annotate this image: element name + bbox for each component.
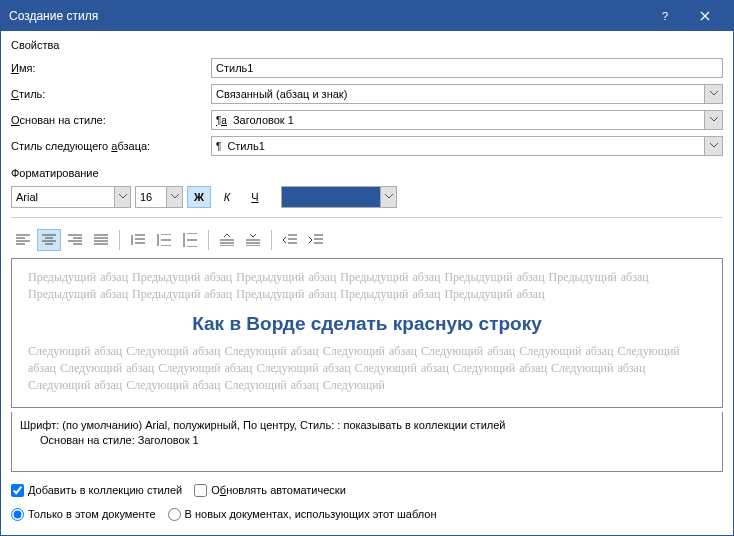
color-swatch xyxy=(281,186,381,208)
align-right-icon xyxy=(68,234,82,246)
formatting-toolbar-1: Arial 16 Ж К Ч xyxy=(11,185,723,209)
align-left-button[interactable] xyxy=(11,229,35,251)
chevron-down-icon[interactable] xyxy=(167,186,183,208)
dialog-window: Создание стиля ? Свойства Имя: Стиль: Св… xyxy=(0,0,734,536)
space-before-inc-button[interactable] xyxy=(215,229,239,251)
close-icon xyxy=(700,11,710,21)
doc-only-radio[interactable]: Только в этом документе xyxy=(11,508,156,521)
new-docs-radio[interactable]: В новых документах, использующих этот ша… xyxy=(168,508,437,521)
spacing-icon xyxy=(131,234,145,246)
spacing-icon xyxy=(157,234,171,246)
based-on-label: Основан на стиле: xyxy=(11,114,211,126)
next-style-label: Стиль следующего абзаца: xyxy=(11,140,211,152)
name-input[interactable] xyxy=(211,58,723,78)
chevron-down-icon[interactable] xyxy=(705,110,723,130)
indent-decrease-button[interactable] xyxy=(278,229,302,251)
bold-button[interactable]: Ж xyxy=(187,186,211,208)
style-type-select[interactable]: Связанный (абзац и знак) xyxy=(211,84,723,104)
align-left-icon xyxy=(16,234,30,246)
underline-button[interactable]: Ч xyxy=(243,186,267,208)
line-spacing-1-button[interactable] xyxy=(126,229,150,251)
align-justify-icon xyxy=(94,234,108,246)
align-center-icon xyxy=(42,234,56,246)
italic-button[interactable]: К xyxy=(215,186,239,208)
font-color-select[interactable] xyxy=(281,186,397,208)
formatting-group-label: Форматирование xyxy=(11,167,723,179)
name-row: Имя: xyxy=(11,57,723,79)
dialog-content: Свойства Имя: Стиль: Связанный (абзац и … xyxy=(1,31,733,536)
chevron-down-icon[interactable] xyxy=(705,136,723,156)
spacing-icon xyxy=(183,233,197,247)
indent-dec-icon xyxy=(283,234,297,246)
chevron-down-icon[interactable] xyxy=(705,84,723,104)
titlebar: Создание стиля ? xyxy=(1,1,733,31)
name-label: Имя: xyxy=(11,62,211,74)
font-size-select[interactable]: 16 xyxy=(135,186,183,208)
help-button[interactable]: ? xyxy=(645,1,685,31)
separator xyxy=(11,217,723,218)
based-on-row: Основан на стиле: ¶aЗаголовок 1 xyxy=(11,109,723,131)
radio-row: Только в этом документе В новых документ… xyxy=(11,504,723,524)
indent-inc-icon xyxy=(309,234,323,246)
add-to-gallery-checkbox[interactable]: Добавить в коллекцию стилей xyxy=(11,484,182,497)
style-description: Шрифт: (по умолчанию) Arial, полужирный,… xyxy=(11,412,723,472)
preview-sample-text: Как в Ворде сделать красную строку xyxy=(28,313,706,335)
line-spacing-15-button[interactable] xyxy=(152,229,176,251)
align-right-button[interactable] xyxy=(63,229,87,251)
style-preview: Предыдущий абзац Предыдущий абзац Предыд… xyxy=(11,258,723,408)
font-select[interactable]: Arial xyxy=(11,186,131,208)
chevron-down-icon[interactable] xyxy=(115,186,131,208)
dialog-title: Создание стиля xyxy=(9,9,645,23)
preview-next-text: Следующий абзац Следующий абзац Следующи… xyxy=(28,343,706,394)
chevron-down-icon[interactable] xyxy=(381,186,397,208)
align-justify-button[interactable] xyxy=(89,229,113,251)
auto-update-checkbox[interactable]: Обновлять автоматически xyxy=(194,484,346,497)
para-space-icon xyxy=(220,234,234,246)
para-space-icon xyxy=(246,234,260,246)
align-center-button[interactable] xyxy=(37,229,61,251)
preview-prev-text: Предыдущий абзац Предыдущий абзац Предыд… xyxy=(28,269,706,303)
next-style-select[interactable]: ¶Стиль1 xyxy=(211,136,723,156)
style-type-label: Стиль: xyxy=(11,88,211,100)
based-on-select[interactable]: ¶aЗаголовок 1 xyxy=(211,110,723,130)
space-before-dec-button[interactable] xyxy=(241,229,265,251)
formatting-toolbar-2 xyxy=(11,226,723,254)
properties-group-label: Свойства xyxy=(11,39,723,51)
line-spacing-2-button[interactable] xyxy=(178,229,202,251)
next-style-row: Стиль следующего абзаца: ¶Стиль1 xyxy=(11,135,723,157)
indent-increase-button[interactable] xyxy=(304,229,328,251)
checkbox-row: Добавить в коллекцию стилей Обновлять ав… xyxy=(11,480,723,500)
close-button[interactable] xyxy=(685,1,725,31)
style-type-row: Стиль: Связанный (абзац и знак) xyxy=(11,83,723,105)
